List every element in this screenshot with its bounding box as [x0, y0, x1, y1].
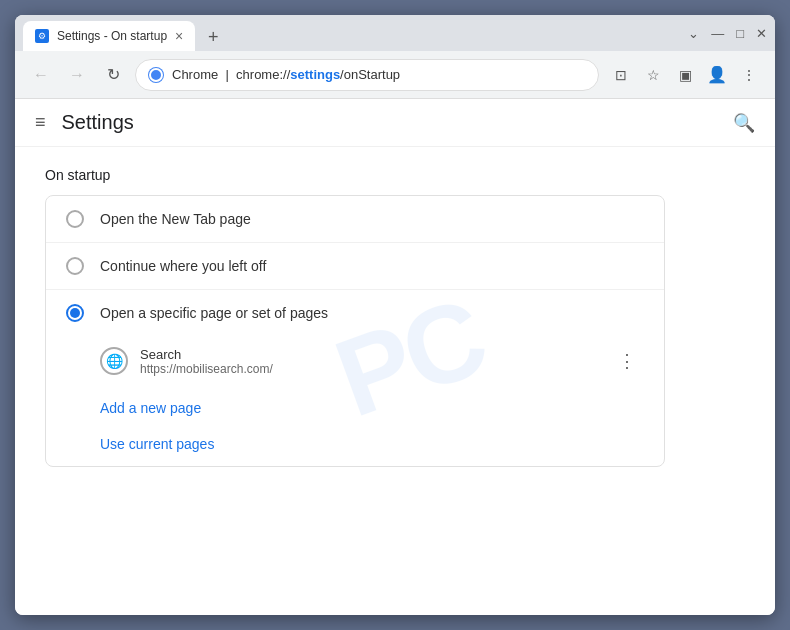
option-continue[interactable]: Continue where you left off: [46, 243, 664, 289]
url-entry-info: Search https://mobilisearch.com/: [140, 347, 598, 376]
url-display: Chrome | chrome://settings/onStartup: [172, 67, 400, 82]
tab-favicon: ⚙: [35, 29, 49, 43]
option-specific-label: Open a specific page or set of pages: [100, 305, 328, 321]
tab-area: ⚙ Settings - On startup × +: [23, 15, 684, 51]
minimize-button[interactable]: —: [711, 26, 724, 41]
menu-button[interactable]: ⋮: [735, 61, 763, 89]
browser-toolbar: ← → ↻ Chrome | chrome://settings/onStart…: [15, 51, 775, 99]
tab-close-button[interactable]: ×: [175, 28, 183, 44]
url-entry-url: https://mobilisearch.com/: [140, 362, 598, 376]
url-suffix: /onStartup: [340, 67, 400, 82]
profile-icon: 👤: [707, 65, 727, 84]
toolbar-actions: ⊡ ☆ ▣ 👤 ⋮: [607, 61, 763, 89]
close-button[interactable]: ✕: [756, 26, 767, 41]
settings-search-button[interactable]: 🔍: [733, 112, 755, 134]
site-security-icon: [148, 67, 164, 83]
settings-main: On startup Open the New Tab page Continu…: [15, 147, 775, 487]
bookmark-button[interactable]: ☆: [639, 61, 667, 89]
url-entry-globe-icon: 🌐: [100, 347, 128, 375]
option-new-tab-label: Open the New Tab page: [100, 211, 251, 227]
option-specific[interactable]: Open a specific page or set of pages: [46, 290, 664, 336]
maximize-button[interactable]: □: [736, 26, 744, 41]
cast-button[interactable]: ⊡: [607, 61, 635, 89]
add-new-page-link[interactable]: Add a new page: [100, 394, 644, 422]
active-tab[interactable]: ⚙ Settings - On startup ×: [23, 21, 195, 51]
settings-page-title: Settings: [62, 111, 134, 134]
radio-continue[interactable]: [66, 257, 84, 275]
title-bar: ⚙ Settings - On startup × + ⌄ — □ ✕: [15, 15, 775, 51]
settings-header: ≡ Settings 🔍: [15, 99, 775, 147]
action-links: Add a new page Use current pages: [46, 386, 664, 466]
bookmark-icon: ☆: [647, 67, 660, 83]
url-prefix: chrome://: [236, 67, 290, 82]
split-view-icon: ▣: [679, 67, 692, 83]
startup-options-card: Open the New Tab page Continue where you…: [45, 195, 665, 467]
reload-button[interactable]: ↻: [99, 61, 127, 89]
back-icon: ←: [33, 66, 49, 84]
more-icon: ⋮: [742, 67, 756, 83]
split-view-button[interactable]: ▣: [671, 61, 699, 89]
url-entry-name: Search: [140, 347, 598, 362]
address-bar[interactable]: Chrome | chrome://settings/onStartup: [135, 59, 599, 91]
page-content: PC ≡ Settings 🔍 On startup Open the New …: [15, 99, 775, 615]
site-name: Chrome: [172, 67, 218, 82]
new-tab-button[interactable]: +: [199, 23, 227, 51]
window-controls: ⌄ — □ ✕: [688, 26, 767, 41]
option-new-tab[interactable]: Open the New Tab page: [46, 196, 664, 242]
use-current-pages-link[interactable]: Use current pages: [100, 430, 644, 458]
option-continue-label: Continue where you left off: [100, 258, 266, 274]
radio-specific[interactable]: [66, 304, 84, 322]
url-entry: 🌐 Search https://mobilisearch.com/ ⋮: [46, 336, 664, 386]
cast-icon: ⊡: [615, 67, 627, 83]
back-button[interactable]: ←: [27, 61, 55, 89]
tab-title: Settings - On startup: [57, 29, 167, 43]
section-label: On startup: [45, 167, 745, 183]
forward-button[interactable]: →: [63, 61, 91, 89]
browser-window: ⚙ Settings - On startup × + ⌄ — □ ✕ ← → …: [15, 15, 775, 615]
url-entry-more-button[interactable]: ⋮: [610, 346, 644, 376]
forward-icon: →: [69, 66, 85, 84]
chevron-down-icon[interactable]: ⌄: [688, 26, 699, 41]
url-path: settings: [290, 67, 340, 82]
radio-new-tab[interactable]: [66, 210, 84, 228]
profile-button[interactable]: 👤: [703, 61, 731, 89]
reload-icon: ↻: [107, 65, 120, 84]
hamburger-menu-icon[interactable]: ≡: [35, 112, 46, 133]
